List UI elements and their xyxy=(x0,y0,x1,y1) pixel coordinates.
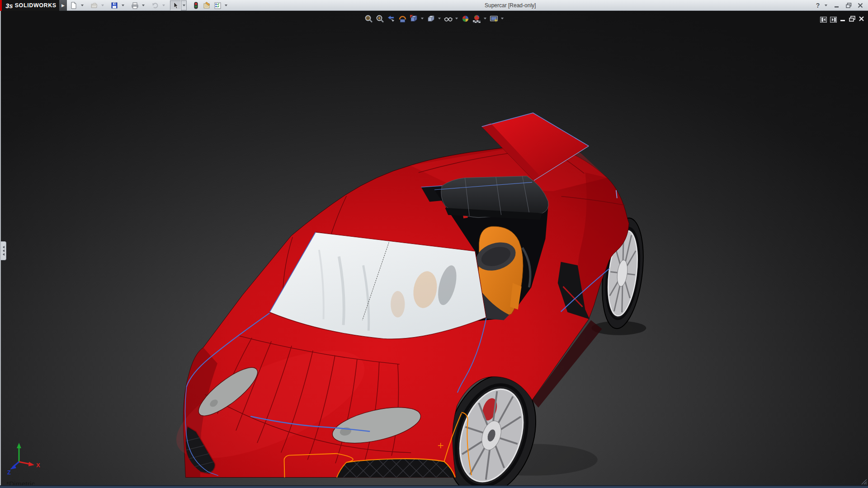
pane-left-icon xyxy=(821,18,826,22)
select-dropdown[interactable] xyxy=(181,0,187,10)
open-dropdown[interactable] xyxy=(99,0,105,10)
viewport-left-border xyxy=(0,11,1,485)
undo-arrow-icon xyxy=(151,1,159,9)
printer-icon xyxy=(131,1,139,9)
previous-view-icon xyxy=(387,14,396,23)
save-dropdown[interactable] xyxy=(120,0,126,10)
help-dropdown[interactable] xyxy=(825,5,827,6)
doc-close-button[interactable] xyxy=(859,15,864,23)
options-checklist-icon xyxy=(213,1,222,9)
document-title: Supercar [Read-only] xyxy=(485,2,536,9)
appearance-sphere-icon xyxy=(461,14,470,23)
undo-button[interactable] xyxy=(150,0,160,10)
section-view-icon xyxy=(398,14,407,23)
zoom-fit-icon xyxy=(364,14,373,23)
doc-restore-button[interactable] xyxy=(849,15,855,23)
title-bar: 3s SOLIDWORKS ▶ xyxy=(0,0,868,11)
view-orientation-button[interactable] xyxy=(409,14,419,23)
restore-icon xyxy=(846,3,852,8)
pane-right-icon xyxy=(831,18,836,22)
hide-show-items-button[interactable] xyxy=(443,14,453,23)
triad-x-label: X xyxy=(36,462,40,469)
previous-view-button[interactable] xyxy=(386,14,396,23)
scene-sphere-icon xyxy=(472,14,481,23)
doc-minimize-button[interactable] xyxy=(840,15,846,23)
view-settings-icon xyxy=(489,14,499,23)
options-dropdown[interactable] xyxy=(223,0,229,10)
save-floppy-icon xyxy=(110,1,118,9)
menu-expand-button[interactable]: ▶ xyxy=(59,0,67,11)
display-style-dropdown[interactable] xyxy=(437,14,442,23)
supercar-model xyxy=(0,11,868,488)
eyeglasses-icon xyxy=(443,14,453,23)
rebuild-button[interactable] xyxy=(190,0,201,10)
open-folder-icon xyxy=(90,1,98,9)
hide-show-items-dropdown[interactable] xyxy=(454,14,459,23)
new-document-dropdown[interactable] xyxy=(79,0,85,10)
notebook-pencil-icon xyxy=(203,1,211,9)
print-button[interactable] xyxy=(129,0,140,10)
main-toolbar xyxy=(68,0,229,11)
undo-dropdown[interactable] xyxy=(160,0,166,10)
design-binder-button[interactable] xyxy=(201,0,212,10)
viewport-bottom-border xyxy=(0,485,868,488)
edit-appearance-button[interactable] xyxy=(460,14,470,23)
doc-restore-icon xyxy=(849,16,855,22)
resize-grip[interactable] xyxy=(860,478,867,485)
new-document-button[interactable] xyxy=(68,0,79,10)
solidworks-window: 3s SOLIDWORKS ▶ xyxy=(0,0,868,488)
view-settings-dropdown[interactable] xyxy=(500,14,505,23)
section-view-button[interactable] xyxy=(397,14,407,23)
apply-scene-dropdown[interactable] xyxy=(483,14,487,23)
restore-button[interactable] xyxy=(844,1,854,10)
view-orientation-dropdown[interactable] xyxy=(420,14,425,23)
open-button[interactable] xyxy=(89,0,99,10)
help-button[interactable]: ? xyxy=(813,1,823,10)
minimize-button[interactable] xyxy=(832,1,842,10)
close-button[interactable] xyxy=(855,1,865,10)
document-window-controls xyxy=(820,15,864,23)
doc-close-icon xyxy=(859,16,864,22)
collapse-right-pane-button[interactable] xyxy=(830,17,837,23)
close-icon xyxy=(858,3,863,8)
save-button[interactable] xyxy=(109,0,120,10)
featuremanager-collapse-tab[interactable] xyxy=(1,241,6,260)
print-dropdown[interactable] xyxy=(140,0,146,10)
headsup-view-toolbar xyxy=(363,14,505,23)
minimize-icon xyxy=(834,3,840,8)
logo-prefix: 3s xyxy=(5,2,13,9)
collapse-arrow-icon xyxy=(3,249,5,252)
select-cursor-icon xyxy=(171,1,179,9)
zoom-to-area-button[interactable] xyxy=(375,14,385,23)
apply-scene-button[interactable] xyxy=(472,14,481,23)
title-bar-controls: ? xyxy=(813,0,865,11)
select-button[interactable] xyxy=(170,0,181,10)
traffic-light-icon xyxy=(192,1,200,9)
zoom-area-icon xyxy=(375,14,385,23)
collapse-arrow-icon xyxy=(3,253,5,256)
zoom-to-fit-button[interactable] xyxy=(363,14,373,23)
collapse-left-pane-button[interactable] xyxy=(820,17,827,23)
collapse-arrow-icon xyxy=(3,246,5,249)
new-document-icon xyxy=(70,1,78,9)
graphics-viewport[interactable]: X Z *Dimetric xyxy=(0,11,868,488)
solidworks-logo: 3s SOLIDWORKS xyxy=(2,0,59,11)
doc-minimize-icon xyxy=(840,16,846,22)
logo-name: SOLIDWORKS xyxy=(15,2,57,9)
options-button[interactable] xyxy=(212,0,223,10)
reference-triad: X Z xyxy=(6,441,47,475)
view-settings-button[interactable] xyxy=(489,14,499,23)
display-style-icon xyxy=(426,14,436,23)
view-orientation-icon xyxy=(409,14,419,23)
display-style-button[interactable] xyxy=(426,14,436,23)
triad-z-label: Z xyxy=(7,469,11,475)
